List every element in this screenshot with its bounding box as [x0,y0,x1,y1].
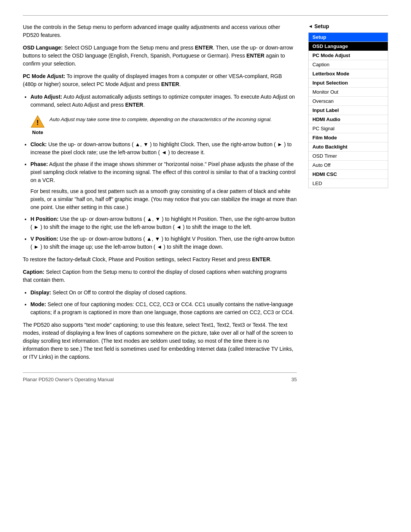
content-area: Use the controls in the Setup menu to pe… [23,23,388,382]
auto-adjust-item: Auto Adjust: Auto Adjust automatically a… [30,93,297,109]
sidebar-item-osd-language[interactable]: OSD Language [309,42,388,51]
main-content: Use the controls in the Setup menu to pe… [23,23,297,382]
footer-bar: Planar PD520 Owner's Operating Manual 35 [23,372,297,382]
sidebar-item-hdmi-audio[interactable]: HDMI Audio [309,115,388,124]
note-label-area: ! Note [30,114,45,135]
sidebar-item-pc-mode-adjust[interactable]: PC Mode Adjust [309,51,388,60]
phase-paragraph-2: For best results, use a good test patter… [30,187,297,211]
pc-label: PC Mode Adjust: [23,73,65,79]
sidebar-item-setup[interactable]: Setup [309,33,388,42]
display-label: Display: [30,289,51,296]
caption-label: Caption: [23,269,45,275]
osd-paragraph: OSD Language: Select OSD Language from t… [23,44,297,68]
clock-phase-list: Clock: Use the up- or down-arrow buttons… [30,141,297,251]
sidebar-item-pc-signal[interactable]: PC Signal [309,124,388,133]
note-box: ! Note Auto Adjust may take some time to… [30,114,297,135]
sidebar-item-input-selection[interactable]: Input Selection [309,78,388,88]
hposition-item: H Position: Use the up- or down-arrow bu… [30,215,297,231]
footer-left: Planar PD520 Owner's Operating Manual [23,377,114,382]
auto-adjust-list: Auto Adjust: Auto Adjust automatically a… [30,93,297,109]
sidebar-item-input-label[interactable]: Input Label [309,106,388,115]
sidebar-item-hdmi-csc[interactable]: HDMI CSC [309,170,388,179]
sidebar-header-label: Setup [314,23,329,29]
phase-item: Phase: Adjust the phase if the image sho… [30,160,297,211]
pc-mode-paragraph: PC Mode Adjust: To improve the quality o… [23,72,297,88]
sidebar-header: ◄ Setup [308,23,388,29]
text-mode-paragraph: The PD520 also supports "text mode" capt… [23,321,297,361]
sidebar-item-overscan[interactable]: Overscan [309,97,388,106]
caption-list: Display: Select On or Off to control the… [30,289,297,316]
top-rule [23,15,388,16]
sidebar-arrow-icon: ◄ [308,24,313,29]
warning-icon: ! [30,114,45,129]
sidebar-item-letterbox-mode[interactable]: Letterbox Mode [309,69,388,78]
footer-right: 35 [292,377,297,382]
vposition-item: V Position: Use the up- or down-arrow bu… [30,235,297,251]
auto-adjust-label: Auto Adjust: [30,94,62,100]
mode-item: Mode: Select one of four captioning mode… [30,300,297,316]
osd-label: OSD Language: [23,45,63,51]
note-text: Auto Adjust may take some time to comple… [49,114,272,123]
clock-item: Clock: Use the up- or down-arrow buttons… [30,141,297,157]
vposition-label: V Position: [30,236,58,242]
sidebar-item-led[interactable]: LED [309,179,388,188]
phase-label: Phase: [30,161,48,167]
sidebar-item-osd-timer[interactable]: OSD Timer [309,152,388,161]
clock-label: Clock: [30,141,47,147]
intro-paragraph: Use the controls in the Setup menu to pe… [23,23,297,39]
sidebar-item-monitor-out[interactable]: Monitor Out [309,88,388,97]
page: Use the controls in the Setup menu to pe… [0,0,411,532]
display-item: Display: Select On or Off to control the… [30,289,297,297]
sidebar-menu: Setup OSD Language PC Mode Adjust Captio… [308,32,388,188]
sidebar-item-film-mode[interactable]: Film Mode [309,133,388,142]
sidebar-item-auto-off[interactable]: Auto Off [309,161,388,170]
factory-reset-paragraph: To restore the factory-default Clock, Ph… [23,256,297,264]
caption-paragraph: Caption: Select Caption from the Setup m… [23,268,297,284]
sidebar-item-auto-backlight[interactable]: Auto Backlight [309,142,388,152]
sidebar: ◄ Setup Setup OSD Language PC Mode Adjus… [308,23,388,382]
hposition-label: H Position: [30,216,59,222]
svg-text:!: ! [37,119,39,127]
sidebar-item-caption[interactable]: Caption [309,60,388,69]
mode-label: Mode: [30,301,46,307]
note-label: Note [32,129,43,135]
